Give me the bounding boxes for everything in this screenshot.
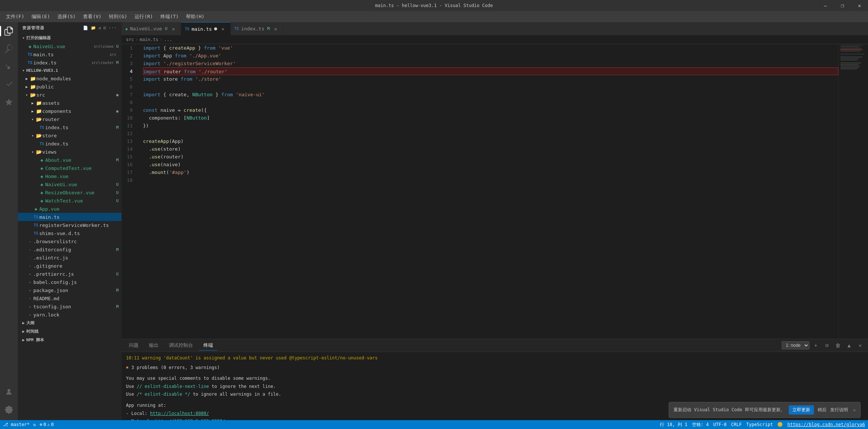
tree-babel-config[interactable]: · babel.config.js <box>18 278 122 286</box>
tab-close-maints[interactable]: ✕ <box>219 25 227 33</box>
settings-icon[interactable] <box>1 402 16 417</box>
code-content[interactable]: import { createApp } from 'vue' import A… <box>140 44 838 339</box>
debug-icon[interactable] <box>1 77 16 92</box>
tree-assets[interactable]: ▶ 📁 assets <box>18 99 122 107</box>
menu-item-h[interactable]: 帮助(H) <box>183 13 207 21</box>
collapse-icon[interactable]: ⊟ <box>104 26 107 30</box>
problems-tab[interactable]: 问题 <box>124 341 143 350</box>
tree-gitignore[interactable]: · .gitignore <box>18 262 122 270</box>
menu-item-v[interactable]: 查看(V) <box>80 13 104 21</box>
cursor-position[interactable]: 行 18, 列 1 <box>660 422 688 428</box>
tab-main-ts[interactable]: TS main.ts ✕ <box>181 22 231 35</box>
local-url[interactable]: http://localhost:8080/ <box>150 411 209 416</box>
tree-browserslistrc[interactable]: · .browserslistrc <box>18 237 122 245</box>
line-ending[interactable]: CRLF <box>731 422 742 427</box>
debug-console-tab[interactable]: 调试控制台 <box>164 341 197 350</box>
status-url[interactable]: https://blog.csdn.net/glorya6 <box>787 422 865 427</box>
close-notification-button[interactable]: ✕ <box>853 408 856 413</box>
project-section[interactable]: ▾ HELLOW-VUE3.1 <box>18 67 122 74</box>
breadcrumb-maints[interactable]: main.ts <box>140 37 159 42</box>
tree-node-modules[interactable]: ▶ 📁 node_modules <box>18 74 122 83</box>
output-tab[interactable]: 输出 <box>144 341 163 350</box>
menu-item-s[interactable]: 选择(S) <box>54 13 79 21</box>
feedback-button[interactable]: 😊 <box>777 422 783 427</box>
tab-index-ts[interactable]: TS index.ts M ✕ <box>231 22 283 35</box>
tree-tsconfig[interactable]: · tsconfig.json M <box>18 302 122 311</box>
tree-views[interactable]: ▾ 📂 views <box>18 148 122 156</box>
tree-naiveui-vue[interactable]: ◈ NaiveUi.vue U <box>18 180 122 188</box>
errors-count[interactable]: ⊗ 0 ⚠ 0 <box>40 422 54 427</box>
new-file-icon[interactable]: 📄 <box>83 26 89 30</box>
extensions-icon[interactable] <box>1 95 16 110</box>
tab-close-naiveui[interactable]: ✕ <box>170 25 177 33</box>
tree-src[interactable]: ▾ 📂 src ● <box>18 91 122 99</box>
terminal-dropdown[interactable]: 1: node <box>782 341 809 349</box>
git-branch[interactable]: ⎇ master* <box>3 422 30 427</box>
terminal-problems: ✖ 3 problems (0 errors, 3 warnings) <box>126 364 864 372</box>
tree-app-vue[interactable]: ◈ App.vue <box>18 205 122 213</box>
new-folder-icon[interactable]: 📁 <box>91 26 96 30</box>
encoding[interactable]: UTF-8 <box>713 422 726 427</box>
sync-button[interactable]: ↻ <box>33 422 36 427</box>
refresh-icon[interactable]: ↺ <box>99 26 102 30</box>
menu-item-r[interactable]: 运行(R) <box>132 13 156 21</box>
menu-item-t[interactable]: 终端(T) <box>157 13 182 21</box>
maximize-button[interactable]: ❐ <box>834 0 851 11</box>
kill-terminal-button[interactable]: 🗑 <box>833 341 843 350</box>
tree-prettierrc[interactable]: · .prettierrc.js U <box>18 270 122 278</box>
npm-scripts-section[interactable]: ▶ NPM 脚本 <box>18 336 122 344</box>
source-control-icon[interactable] <box>1 59 16 74</box>
open-editor-indexts[interactable]: TS index.ts src\router M <box>18 58 122 67</box>
tree-yarn-lock[interactable]: · yarn.lock <box>18 311 122 319</box>
release-notes-button[interactable]: 发行说明 <box>830 407 848 413</box>
menu-item-e[interactable]: 编辑(E) <box>29 13 53 21</box>
tree-about-vue[interactable]: ◈ About.vue M <box>18 156 122 164</box>
outline-section[interactable]: ▶ 大纲 <box>18 319 122 327</box>
language-mode[interactable]: TypeScript <box>746 422 773 427</box>
breadcrumb-ellipsis[interactable]: ... <box>164 37 172 42</box>
open-editor-maints[interactable]: TS main.ts src <box>18 50 122 58</box>
add-terminal-button[interactable]: + <box>811 341 821 350</box>
account-icon[interactable] <box>1 385 16 399</box>
code-editor[interactable]: 1 2 3 4 5 6 7 8 9 10 11 12 13 14 15 16 1… <box>122 44 868 339</box>
search-icon[interactable] <box>1 41 16 56</box>
tree-store[interactable]: ▾ 📂 store <box>18 131 122 140</box>
tree-store-index[interactable]: TS index.ts <box>18 140 122 148</box>
tree-main-ts[interactable]: TS main.ts <box>18 213 122 221</box>
tree-public[interactable]: ▶ 📁 public <box>18 83 122 91</box>
minimize-button[interactable]: — <box>817 0 834 11</box>
tree-home-vue[interactable]: ◈ Home.vue <box>18 172 122 180</box>
tree-eslintrc[interactable]: · .eslintrc.js <box>18 254 122 262</box>
tab-close-indexts[interactable]: ✕ <box>272 25 279 33</box>
tree-registerserviceworker[interactable]: TS registerServiceWorker.ts <box>18 221 122 229</box>
update-now-button[interactable]: 立即更新 <box>789 405 814 415</box>
explorer-icon[interactable] <box>1 24 16 38</box>
menu-item-g[interactable]: 转到(G) <box>106 13 130 21</box>
close-button[interactable]: ✕ <box>851 0 868 11</box>
more-icon[interactable]: ··· <box>109 26 117 30</box>
breadcrumb-src[interactable]: src <box>126 37 134 42</box>
later-button[interactable]: 稍后 <box>818 407 827 413</box>
tab-naiveui-vue[interactable]: ◈ NaiveUi.vue U ✕ <box>122 22 181 35</box>
terminal-tab[interactable]: 终端 <box>199 341 217 351</box>
indent-size[interactable]: 空格: 4 <box>692 422 709 428</box>
tree-package-json[interactable]: · package.json M <box>18 286 122 294</box>
tree-router-index[interactable]: TS index.ts M <box>18 123 122 131</box>
tree-editorconfig[interactable]: · .editorconfig M <box>18 245 122 254</box>
maximize-panel-button[interactable]: ▲ <box>844 341 854 350</box>
tree-computedtest-vue[interactable]: ◈ ComputedTest.vue <box>18 164 122 172</box>
tree-components[interactable]: ▶ 📁 components ● <box>18 107 122 115</box>
open-editor-naiveui[interactable]: ◈ NaiveUi.vue src\views U <box>18 42 122 50</box>
folder-icon: 📁 <box>30 76 36 81</box>
tree-router[interactable]: ▾ 📂 router <box>18 115 122 123</box>
close-panel-button[interactable]: ✕ <box>855 341 865 350</box>
tree-watchtest-vue[interactable]: ◈ WatchTest.vue U <box>18 197 122 205</box>
tree-resizeobsever-vue[interactable]: ◈ ResizeObsever.vue U <box>18 188 122 197</box>
terminal-network: - Network: http://192.168.0.103:8080/ <box>126 418 864 420</box>
menu-item-f[interactable]: 文件(F) <box>3 13 27 21</box>
timeline-section[interactable]: ▶ 时间线 <box>18 327 122 336</box>
tree-readme[interactable]: · README.md <box>18 294 122 302</box>
split-terminal-button[interactable]: ⊟ <box>822 341 832 350</box>
tree-shims-vue[interactable]: TS shims-vue.d.ts <box>18 229 122 237</box>
open-editors-section[interactable]: ▾ 打开的编辑器 <box>18 34 122 42</box>
